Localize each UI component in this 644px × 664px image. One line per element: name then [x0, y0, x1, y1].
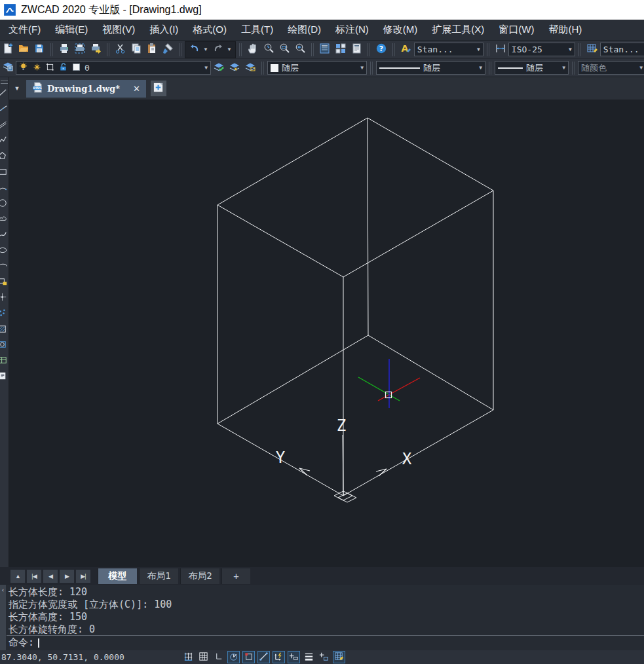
- menu-draw[interactable]: 绘图(D): [280, 20, 328, 40]
- layer-manager-button[interactable]: [0, 60, 16, 76]
- snap-mode-toggle[interactable]: [182, 651, 195, 663]
- menu-view[interactable]: 视图(V): [95, 20, 142, 40]
- dim-style-combo[interactable]: ISO-25▼: [508, 43, 575, 56]
- viewport-square-icon[interactable]: [45, 62, 55, 74]
- new-drawing-tab-button[interactable]: [151, 81, 166, 96]
- object-snap-tracking-toggle[interactable]: [257, 651, 270, 663]
- thaw-sun-icon[interactable]: [32, 62, 42, 74]
- menu-help[interactable]: 帮助(H): [541, 20, 589, 40]
- last-tab-button[interactable]: ▶|: [76, 570, 90, 583]
- layer-combo[interactable]: 0▼: [16, 61, 211, 75]
- format-painter-button[interactable]: [160, 42, 176, 58]
- save-button[interactable]: [31, 42, 47, 58]
- tool-palette-button[interactable]: [349, 42, 364, 58]
- cut-button[interactable]: [113, 42, 128, 58]
- first-tab-button[interactable]: |◀: [27, 570, 41, 583]
- toolbar-grip[interactable]: [1, 81, 8, 84]
- zoom-realtime-button[interactable]: [261, 42, 276, 58]
- design-center-button[interactable]: [333, 42, 349, 58]
- zoom-window-button[interactable]: [276, 42, 292, 58]
- new-file-button[interactable]: [0, 42, 16, 58]
- draw-tool-point[interactable]: [0, 291, 9, 306]
- draw-tool-circle[interactable]: [0, 196, 9, 212]
- annotation-monitor-toggle[interactable]: [333, 651, 345, 663]
- print-button[interactable]: [56, 42, 72, 58]
- open-folder-button[interactable]: [16, 42, 31, 58]
- draw-tool-construction-line[interactable]: [0, 102, 9, 118]
- dim-style-button[interactable]: [493, 42, 508, 58]
- layer-translate-button[interactable]: [242, 60, 258, 76]
- redo-dropdown-icon[interactable]: ▼: [227, 46, 232, 52]
- command-window[interactable]: ‹ 长方体长度: 120指定方体宽度或 [立方体(C)]: 100长方体高度: …: [0, 585, 644, 650]
- document-tab-active[interactable]: DWG Drawing1.dwg* ✕: [26, 80, 146, 98]
- table-style-button[interactable]: [584, 42, 600, 58]
- lineweight-combo[interactable]: 随层▼: [495, 61, 569, 75]
- copy-button[interactable]: [128, 42, 144, 58]
- plot-style-combo[interactable]: 随颜色▼: [578, 61, 644, 75]
- undo-dropdown-icon[interactable]: ▼: [203, 46, 208, 52]
- layer-previous-button[interactable]: [227, 60, 242, 76]
- show-lineweight-toggle[interactable]: [303, 651, 315, 663]
- menu-express[interactable]: 扩展工具(X): [425, 20, 491, 40]
- command-prompt-row[interactable]: 命令:: [7, 635, 644, 650]
- prev-tab-button[interactable]: ◀: [43, 570, 58, 583]
- print-preview-button[interactable]: [72, 42, 88, 58]
- color-combo[interactable]: 随层▼: [267, 61, 367, 75]
- linetype-combo[interactable]: 随层▼: [376, 61, 485, 75]
- dynamic-ucs-toggle[interactable]: [288, 651, 300, 663]
- zoom-previous-button[interactable]: [292, 42, 308, 58]
- text-style-combo[interactable]: Stan...▼: [414, 43, 483, 56]
- menu-dimension[interactable]: 标注(N): [328, 20, 376, 40]
- draw-tool-table[interactable]: [0, 354, 9, 369]
- color-swatch-white-icon[interactable]: [71, 62, 81, 74]
- draw-tool-mtext[interactable]: [0, 369, 9, 385]
- menu-format[interactable]: 格式(O): [185, 20, 234, 40]
- menu-window[interactable]: 窗口(W): [491, 20, 541, 40]
- draw-tool-boundary[interactable]: [0, 338, 9, 354]
- next-tab-button[interactable]: ▶: [60, 570, 74, 583]
- draw-tool-multiline[interactable]: [0, 118, 9, 134]
- draw-tool-ellipse[interactable]: [0, 244, 9, 259]
- dynamic-input-toggle[interactable]: [273, 651, 285, 663]
- close-tab-icon[interactable]: ✕: [133, 84, 140, 94]
- quick-properties-toggle[interactable]: [318, 651, 330, 663]
- help-button[interactable]: ?: [373, 42, 389, 58]
- draw-tool-ellipse-arc[interactable]: [0, 259, 9, 275]
- menu-edit[interactable]: 编辑(E): [48, 20, 95, 40]
- menu-modify[interactable]: 修改(M): [376, 20, 425, 40]
- unlock-icon[interactable]: [58, 62, 68, 74]
- menu-insert[interactable]: 插入(I): [142, 20, 185, 40]
- plot-button[interactable]: [88, 42, 104, 58]
- layout-tab-布局2[interactable]: 布局2: [180, 568, 219, 584]
- pan-button[interactable]: [245, 42, 261, 58]
- redo-button[interactable]: [210, 42, 226, 58]
- draw-tool-gradient[interactable]: [0, 306, 9, 322]
- menu-file[interactable]: 文件(F): [1, 20, 48, 40]
- draw-tool-polyline[interactable]: [0, 134, 9, 149]
- grid-display-toggle[interactable]: [197, 651, 210, 663]
- draw-tool-arc[interactable]: [0, 181, 9, 196]
- properties-palette-button[interactable]: [317, 42, 333, 58]
- drawing-canvas[interactable]: XYZ: [9, 100, 644, 567]
- layout-menu-button[interactable]: ▲: [10, 570, 25, 583]
- undo-button[interactable]: [187, 42, 202, 58]
- draw-tool-insert-block[interactable]: [0, 275, 9, 291]
- text-style-button[interactable]: A: [398, 42, 414, 58]
- draw-tool-revision-cloud[interactable]: [0, 212, 9, 228]
- paste-button[interactable]: [144, 42, 160, 58]
- bulb-on-icon[interactable]: [19, 62, 29, 74]
- table-style-combo[interactable]: Stan...▼: [600, 43, 644, 56]
- draw-tool-hatch[interactable]: [0, 322, 9, 338]
- layer-states-button[interactable]: [211, 60, 227, 76]
- draw-tool-polygon[interactable]: [0, 149, 9, 165]
- document-list-button[interactable]: ▼: [12, 85, 22, 92]
- command-scrollbar[interactable]: ‹: [0, 585, 6, 650]
- draw-tool-spline[interactable]: [0, 228, 9, 244]
- layout-tab-模型[interactable]: 模型: [98, 568, 137, 584]
- menu-tools[interactable]: 工具(T): [234, 20, 280, 40]
- draw-tool-line[interactable]: [0, 86, 9, 102]
- layout-tab-布局1[interactable]: 布局1: [139, 568, 178, 584]
- object-snap-toggle[interactable]: [242, 651, 255, 663]
- ortho-mode-toggle[interactable]: [212, 651, 225, 663]
- draw-tool-rectangle[interactable]: [0, 165, 9, 181]
